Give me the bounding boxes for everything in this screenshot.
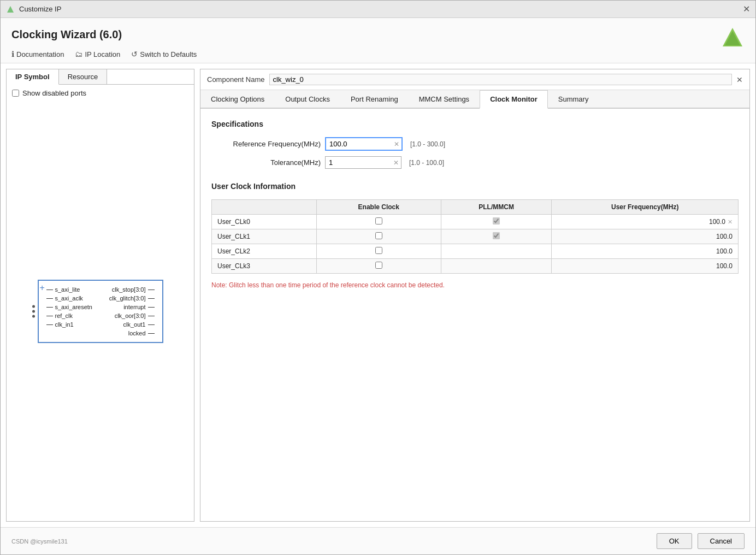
note-text: Note: Glitch less than one time period o… bbox=[211, 281, 739, 289]
tolerance-clear-icon[interactable]: ✕ bbox=[391, 159, 401, 167]
tab-clock-monitor[interactable]: Clock Monitor bbox=[480, 90, 548, 109]
user-freq-cell-2: 100.0 bbox=[552, 244, 739, 259]
pll-mmcm-checkbox-0[interactable] bbox=[493, 217, 500, 225]
switch-defaults-link[interactable]: ↺ Switch to Defaults bbox=[131, 50, 197, 58]
port-row-r: interrupt bbox=[109, 304, 155, 310]
spec-table: Reference Frequency(MHz) ✕ [1.0 - 300.0]… bbox=[211, 137, 739, 169]
table-row: User_CLk0100.0✕ bbox=[212, 215, 739, 229]
pll-mmcm-cell-3 bbox=[441, 259, 552, 274]
tab-ip-symbol[interactable]: IP Symbol bbox=[7, 69, 59, 85]
title-bar: Customize IP ✕ bbox=[1, 1, 755, 18]
user-freq-cell-3: 100.0 bbox=[552, 259, 739, 274]
tolerance-row: Tolerance(MHz) ✕ [1.0 - 100.0] bbox=[211, 156, 739, 169]
tab-port-renaming[interactable]: Port Renaming bbox=[340, 90, 409, 109]
tab-summary[interactable]: Summary bbox=[548, 90, 599, 109]
pll-mmcm-cell-2 bbox=[441, 244, 552, 259]
enable-clock-checkbox-1[interactable] bbox=[375, 232, 382, 239]
port-clk-stop: clk_stop[3:0] bbox=[112, 286, 146, 293]
port-row-r: locked bbox=[109, 330, 155, 336]
ip-symbol-box: + s_axi_lite s_axi_aclk bbox=[38, 280, 163, 343]
wire bbox=[46, 324, 53, 325]
port-clk-out1: clk_out1 bbox=[123, 321, 146, 328]
freq-input-wrap-0: 100.0✕ bbox=[557, 218, 733, 226]
user-clk-name-3: User_CLk3 bbox=[212, 259, 317, 274]
plus-icon: + bbox=[40, 283, 45, 293]
left-dots bbox=[32, 305, 35, 318]
table-row: User_CLk3100.0 bbox=[212, 259, 739, 274]
app-icon bbox=[6, 5, 15, 14]
dot2 bbox=[32, 310, 35, 313]
user-freq-cell-1: 100.0 bbox=[552, 229, 739, 244]
port-ref-clk: ref_clk bbox=[55, 312, 73, 319]
symbol-area: + s_axi_lite s_axi_aclk bbox=[7, 102, 194, 521]
freq-value-2: 100.0 bbox=[716, 247, 733, 255]
port-row-r: clk_stop[3:0] bbox=[109, 286, 155, 293]
enable-clock-cell-1 bbox=[316, 229, 441, 244]
title-bar-title: Customize IP bbox=[19, 5, 61, 13]
tab-output-clocks[interactable]: Output Clocks bbox=[275, 90, 340, 109]
port-row: clk_in1 bbox=[46, 321, 93, 328]
tab-resource[interactable]: Resource bbox=[59, 69, 108, 84]
enable-clock-cell-0 bbox=[316, 215, 441, 229]
table-header-row: Enable Clock PLL/MMCM User Frequency(MHz… bbox=[212, 200, 739, 215]
ref-freq-input[interactable] bbox=[326, 138, 392, 150]
port-row-r: clk_out1 bbox=[109, 321, 155, 328]
header: Clocking Wizard (6.0) ℹ Documentation 🗂 … bbox=[1, 18, 755, 63]
user-clock-section: User Clock Information Enable Clock PLL/… bbox=[211, 182, 739, 289]
left-panel-tabs: IP Symbol Resource bbox=[7, 69, 194, 85]
wire-r bbox=[148, 307, 155, 308]
freq-input-wrap-3: 100.0 bbox=[557, 262, 733, 270]
show-disabled-ports-checkbox[interactable] bbox=[12, 90, 19, 97]
component-name-input[interactable] bbox=[269, 74, 733, 85]
wire-r bbox=[148, 333, 155, 334]
wire bbox=[46, 290, 53, 290]
freq-clear-icon-0[interactable]: ✕ bbox=[728, 219, 733, 226]
freq-value-3: 100.0 bbox=[716, 262, 733, 270]
port-s-axi-aclk: s_axi_aclk bbox=[55, 295, 83, 302]
ip-symbol-inner: s_axi_lite s_axi_aclk s_axi_aresetn bbox=[46, 286, 155, 336]
title-bar-left: Customize IP bbox=[6, 5, 61, 14]
vivado-logo bbox=[720, 26, 745, 50]
port-row-r: clk_glitch[3:0] bbox=[109, 295, 155, 302]
specs-title: Specifications bbox=[211, 120, 739, 128]
wire bbox=[46, 307, 53, 308]
user-clk-name-2: User_CLk2 bbox=[212, 244, 317, 259]
wire-r bbox=[148, 324, 155, 325]
ref-freq-range: [1.0 - 300.0] bbox=[410, 140, 445, 148]
component-name-close-icon[interactable]: ✕ bbox=[736, 75, 743, 84]
ip-symbol-container: + s_axi_lite s_axi_aclk bbox=[38, 280, 163, 343]
ip-symbol-right-ports: clk_stop[3:0] clk_glitch[3:0] interrupt bbox=[109, 286, 155, 336]
enable-clock-checkbox-2[interactable] bbox=[375, 247, 382, 254]
th-user-freq: User Frequency(MHz) bbox=[552, 200, 739, 215]
enable-clock-checkbox-3[interactable] bbox=[375, 262, 382, 269]
tab-clocking-options[interactable]: Clocking Options bbox=[200, 90, 275, 109]
tolerance-input[interactable] bbox=[326, 157, 391, 168]
left-panel: IP Symbol Resource Show disabled ports bbox=[6, 69, 194, 522]
ref-freq-clear-icon[interactable]: ✕ bbox=[392, 140, 401, 148]
pll-mmcm-checkbox-1[interactable] bbox=[493, 232, 500, 239]
table-row: User_CLk2100.0 bbox=[212, 244, 739, 259]
tab-mmcm-settings[interactable]: MMCM Settings bbox=[409, 90, 480, 109]
port-clk-oor: clk_oor[3:0] bbox=[115, 312, 146, 319]
port-s-axi-lite: s_axi_lite bbox=[55, 286, 80, 293]
port-row: s_axi_aclk bbox=[46, 295, 93, 302]
show-disabled-ports-row: Show disabled ports bbox=[7, 85, 194, 102]
port-row-r: clk_oor[3:0] bbox=[109, 312, 155, 319]
svg-marker-0 bbox=[7, 6, 14, 13]
cancel-button[interactable]: Cancel bbox=[698, 533, 745, 549]
close-button[interactable]: ✕ bbox=[743, 4, 750, 14]
ip-location-link[interactable]: 🗂 IP Location bbox=[75, 50, 120, 58]
documentation-link[interactable]: ℹ Documentation bbox=[11, 50, 64, 58]
ok-button[interactable]: OK bbox=[657, 533, 692, 549]
user-clk-name-1: User_CLk1 bbox=[212, 229, 317, 244]
ref-freq-label: Reference Frequency(MHz) bbox=[211, 140, 321, 148]
enable-clock-checkbox-0[interactable] bbox=[375, 217, 382, 225]
th-name bbox=[212, 200, 317, 215]
wire bbox=[46, 298, 53, 299]
wire-r bbox=[148, 316, 155, 316]
ref-freq-input-wrap: ✕ bbox=[325, 137, 403, 151]
freq-value-1: 100.0 bbox=[716, 233, 733, 240]
dot3 bbox=[32, 315, 35, 318]
refresh-icon: ↺ bbox=[131, 50, 138, 58]
folder-icon: 🗂 bbox=[75, 50, 82, 58]
